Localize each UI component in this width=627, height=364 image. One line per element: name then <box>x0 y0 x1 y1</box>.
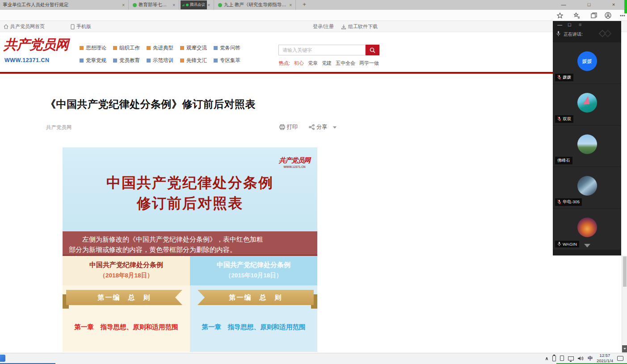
tab-title: 事业单位工作人员处分暂行规定 <box>3 2 119 8</box>
windows-taskbar: ∧ 中 12:57 2021/1/4 <box>0 353 627 364</box>
nav-item-7[interactable]: 党员教育 <box>113 57 140 64</box>
participant-name-label: 华电-305 <box>555 198 582 206</box>
site-home-link[interactable]: 共产党员网首页 <box>4 23 45 30</box>
mic-on-icon <box>557 242 561 247</box>
collections-icon[interactable] <box>590 12 598 19</box>
monitor-icon[interactable] <box>568 356 574 360</box>
ime-indicator[interactable]: 中 <box>588 355 593 362</box>
search-input[interactable] <box>278 45 366 55</box>
hot-link-5[interactable]: 两学一做 <box>359 60 379 67</box>
meeting-watermark-logo <box>599 30 614 38</box>
site-home-label: 共产党员网首页 <box>10 23 45 30</box>
browser-tab-4[interactable]: 九上 教严《研究生导师指导行为… × <box>215 0 296 10</box>
print-button[interactable]: 打印 <box>279 123 298 131</box>
hot-link-4[interactable]: 五中全会 <box>336 60 355 67</box>
favorites-list-icon[interactable] <box>573 12 581 19</box>
nav-bullet-icon <box>113 46 117 50</box>
mic-active-dot-icon <box>186 4 189 6</box>
tab-close-icon[interactable]: × <box>121 3 126 8</box>
hot-link-1[interactable]: 初心 <box>294 60 304 67</box>
nav-item-9[interactable]: 先锋文汇 <box>180 57 207 64</box>
hot-link-2[interactable]: 党章 <box>308 60 318 67</box>
panel-list-view-icon[interactable]: ≡ <box>579 22 581 27</box>
new-tab-button[interactable]: + <box>299 0 309 10</box>
taskbar-app-icon[interactable] <box>0 355 5 362</box>
nav-bullet-icon <box>80 59 84 63</box>
speaking-label: 正在讲话: <box>564 31 583 38</box>
header-divider <box>0 72 553 74</box>
tab-favicon <box>133 3 137 7</box>
mic-muted-icon <box>557 200 561 205</box>
participant-tile[interactable]: 双双 <box>553 84 621 125</box>
profile-avatar-icon[interactable] <box>604 12 612 19</box>
nav-bullet-icon <box>180 46 184 50</box>
hot-link-3[interactable]: 党建 <box>322 60 332 67</box>
meeting-panel-header: — □ ≡ <box>553 21 621 29</box>
mic-muted-icon <box>557 75 561 80</box>
mobile-version-link[interactable]: 手机版 <box>71 23 91 30</box>
poster-legend-note: 左侧为新修改的《中国共产党纪律处分条例》，表中红色加粗 部分为新增或修改的内容，… <box>63 231 317 256</box>
favorite-star-icon[interactable] <box>556 12 564 19</box>
avatar <box>577 218 597 237</box>
participant-name-label: 媛媛 <box>555 74 573 81</box>
browser-tab-1[interactable]: 事业单位工作人员处分暂行规定 × <box>0 0 129 10</box>
participant-tile[interactable]: 佛峰石 <box>553 126 621 167</box>
nav-item-6[interactable]: 党章党规 <box>80 57 106 64</box>
poster-title-line1: 中国共产党纪律处分条例 <box>63 173 317 193</box>
chapter-heading: 第一章 指导思想、原则和适用范围 <box>63 323 190 331</box>
avatar <box>577 134 597 154</box>
tencent-meeting-mini-bar[interactable]: 腾讯会议 <box>181 0 207 9</box>
participant-name-label: WAGIN <box>555 241 579 247</box>
mobile-version-label: 手机版 <box>76 23 91 30</box>
window-close-button[interactable]: × <box>608 0 619 10</box>
comparison-poster: 共产党员网 WWW.12371.CN 中国共产党纪律处分条例 修订前后对照表 左… <box>63 147 317 352</box>
tab-close-icon[interactable]: × <box>206 3 211 8</box>
nav-item-10[interactable]: 专区集萃 <box>214 57 240 64</box>
column-header: 中国共产党纪律处分条例 （2015年10月18日） <box>190 256 317 285</box>
nav-item-8[interactable]: 示范培训 <box>147 57 173 64</box>
poster-site-logo: 共产党员网 WWW.12371.CN <box>279 156 310 168</box>
nav-bullet-icon <box>147 59 151 63</box>
site-logo[interactable]: 共产党员网 <box>4 36 68 54</box>
share-button[interactable]: 分享 <box>309 123 327 131</box>
speaker-icon[interactable] <box>578 356 584 361</box>
page-scrollbar[interactable] <box>622 255 627 353</box>
software-download-link[interactable]: 组工软件下载 <box>341 23 378 30</box>
avatar <box>577 176 597 196</box>
nav-item-2[interactable]: 组织工作 <box>113 45 140 51</box>
tab-close-icon[interactable]: × <box>288 3 293 8</box>
scrollbar-down-button[interactable] <box>622 345 627 352</box>
share-dropdown-caret-icon[interactable] <box>333 126 337 129</box>
notifications-icon[interactable] <box>617 356 623 361</box>
hidden-icons-chevron[interactable]: ∧ <box>545 356 548 361</box>
clock-date: 2021/1/4 <box>597 358 613 364</box>
hot-label: 热点: <box>279 60 290 67</box>
participant-tile[interactable]: 华电-305 <box>553 167 621 208</box>
search-icon <box>370 47 375 53</box>
share-icon <box>309 124 315 130</box>
taskbar-clock[interactable]: 12:57 2021/1/4 <box>597 353 613 364</box>
meeting-overlay-label: 腾讯会议 <box>190 2 205 8</box>
battery-icon[interactable] <box>552 356 556 361</box>
mic-icon <box>556 31 560 37</box>
login-register-link[interactable]: 登录/注册 <box>313 23 334 30</box>
nav-item-1[interactable]: 思想理论 <box>80 45 106 51</box>
browser-tab-2[interactable]: 教育部等七部门关于加强和改进高校成绩 × <box>130 0 179 10</box>
participant-tile[interactable]: 媛媛 媛媛 <box>553 42 621 84</box>
window-minimize-button[interactable]: — <box>558 0 569 10</box>
nav-bullet-icon <box>214 46 218 50</box>
nav-item-4[interactable]: 观摩交流 <box>180 45 207 51</box>
panel-minimize-icon[interactable]: — <box>557 22 562 27</box>
window-maximize-button[interactable]: □ <box>583 0 595 10</box>
avatar: 媛媛 <box>577 51 597 71</box>
panel-maximize-icon[interactable]: □ <box>568 22 571 27</box>
nav-item-3[interactable]: 先进典型 <box>147 45 173 51</box>
phone-link-icon[interactable] <box>560 356 564 361</box>
tab-close-icon[interactable]: × <box>172 3 176 8</box>
site-logo-url: WWW.12371.CN <box>4 57 49 63</box>
poster-column-2015: 中国共产党纪律处分条例 （2015年10月18日） 第一编 总 则 第一章 指导… <box>190 256 317 352</box>
nav-item-5[interactable]: 党务问答 <box>214 45 240 51</box>
scrollbar-thumb[interactable] <box>623 256 627 287</box>
more-participants-down-icon[interactable] <box>584 244 590 247</box>
search-button[interactable] <box>366 45 379 55</box>
